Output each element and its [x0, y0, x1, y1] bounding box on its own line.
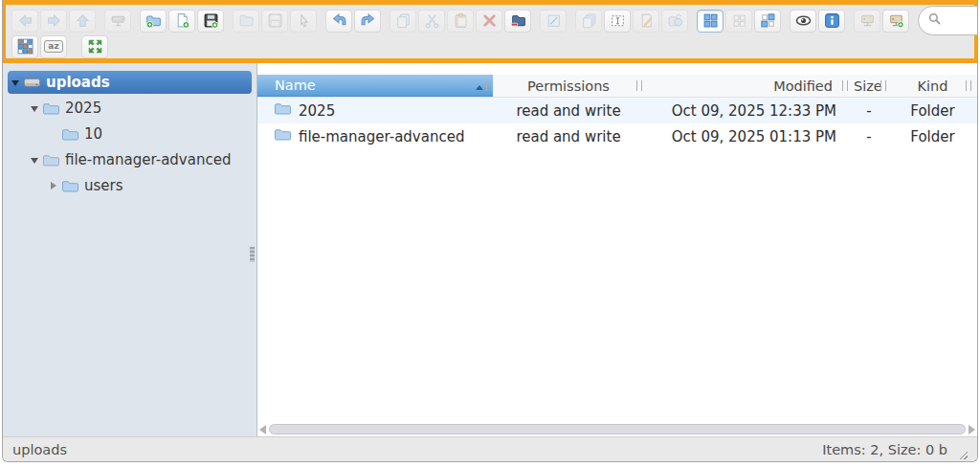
select-pointer-button[interactable]: [290, 10, 317, 33]
view-sort-button[interactable]: [754, 10, 781, 33]
file-modified: Oct 09, 2025 01:13 PM: [644, 128, 850, 145]
arrow-right-icon: [46, 12, 62, 29]
column-header-modified[interactable]: Modified: [644, 75, 850, 97]
delete-button[interactable]: [476, 10, 502, 33]
sort-ascending-icon: [476, 81, 483, 90]
tree-item-2025[interactable]: 2025: [8, 97, 252, 120]
undo-icon: [331, 12, 347, 29]
file-size: -: [850, 128, 888, 145]
open-folder-icon: [238, 12, 255, 29]
main-area: uploads 2025 10 file-manager-advanced us: [3, 63, 977, 436]
save-button[interactable]: [261, 10, 288, 33]
sort-by-name-button[interactable]: az: [40, 35, 67, 58]
tree-item-users[interactable]: users: [8, 174, 252, 197]
fullscreen-button[interactable]: [81, 35, 108, 58]
column-header-kind[interactable]: Kind: [888, 75, 977, 97]
folder-icon: [274, 127, 292, 145]
table-header-row: Name Permissions Modified Size Ki: [257, 75, 977, 98]
file-name: file-manager-advanced: [299, 128, 464, 145]
file-row-file-manager-advanced[interactable]: file-manager-advanced read and write Oct…: [257, 123, 977, 149]
sidebar-resize-handle[interactable]: [250, 247, 255, 262]
empty-folder-button[interactable]: [504, 10, 531, 33]
caret-down-icon[interactable]: [8, 76, 23, 90]
column-resize-handle[interactable]: [966, 80, 971, 91]
network-mount-add-button[interactable]: [882, 10, 909, 33]
folder-icon: [61, 127, 80, 142]
info-icon: [824, 12, 840, 29]
upload-button[interactable]: [197, 10, 224, 33]
tree-item-uploads[interactable]: uploads: [8, 71, 252, 94]
column-header-name[interactable]: Name: [257, 75, 493, 97]
file-size: -: [850, 102, 888, 120]
view-mosaic-button[interactable]: [11, 35, 38, 58]
file-row-2025[interactable]: 2025 read and write Oct 09, 2025 12:33 P…: [257, 98, 977, 123]
scrollbar-thumb[interactable]: [269, 424, 966, 434]
paste-button[interactable]: [447, 10, 474, 33]
up-button[interactable]: [69, 10, 96, 33]
back-button[interactable]: [11, 10, 38, 33]
new-folder-icon: [145, 12, 162, 29]
folder-icon: [61, 179, 80, 193]
archive-icon: [667, 12, 683, 29]
caret-down-icon[interactable]: [27, 153, 42, 167]
tree-item-10[interactable]: 10: [8, 122, 252, 145]
status-bar: uploads Items: 2, Size: 0 b: [3, 436, 977, 461]
tree-item-label: uploads: [46, 74, 110, 91]
caret-down-icon[interactable]: [27, 101, 42, 116]
column-resize-handle[interactable]: [486, 80, 492, 91]
copy-button[interactable]: [390, 10, 416, 33]
resize-icon: [546, 12, 562, 29]
new-folder-button[interactable]: [140, 10, 167, 33]
network-drive-icon: [110, 12, 126, 29]
horizontal-scrollbar[interactable]: [259, 423, 975, 435]
column-header-permissions[interactable]: Permissions: [493, 75, 644, 97]
column-resize-handle[interactable]: [636, 80, 642, 91]
search-box: [918, 6, 978, 35]
upload-icon: [203, 12, 219, 29]
preview-button[interactable]: [790, 10, 816, 33]
scroll-right-arrow-icon[interactable]: [969, 425, 975, 434]
redo-icon: [360, 12, 376, 29]
mosaic-grid-icon: [17, 38, 33, 55]
select-all-button[interactable]: [604, 10, 631, 33]
select-all-icon: [610, 12, 626, 29]
archive-button[interactable]: [661, 10, 688, 33]
edit-pencil-icon: [638, 12, 655, 29]
file-kind: Folder: [888, 102, 977, 120]
file-modified: Oct 09, 2025 12:33 PM: [644, 102, 850, 120]
search-input[interactable]: [944, 12, 974, 29]
column-resize-handle[interactable]: [842, 80, 848, 91]
resize-image-button[interactable]: [540, 10, 567, 33]
undo-button[interactable]: [325, 10, 352, 33]
caret-right-icon[interactable]: [46, 182, 61, 189]
cut-button[interactable]: [418, 10, 445, 33]
scroll-left-arrow-icon[interactable]: [259, 425, 266, 434]
search-icon: [927, 11, 942, 30]
duplicate-button[interactable]: [575, 10, 602, 33]
view-icons-button[interactable]: [697, 10, 724, 33]
search-clear-icon[interactable]: [976, 11, 978, 30]
tree-item-label: file-manager-advanced: [65, 151, 231, 168]
resize-grip[interactable]: [957, 449, 968, 459]
network-mount-button[interactable]: [854, 10, 880, 33]
file-permissions: read and write: [493, 102, 644, 120]
edit-file-button[interactable]: [633, 10, 659, 33]
column-resize-handle[interactable]: [880, 80, 886, 91]
eye-icon: [795, 12, 812, 29]
tree-item-file-manager-advanced[interactable]: file-manager-advanced: [8, 148, 252, 171]
paste-icon: [453, 12, 469, 29]
column-header-size[interactable]: Size: [850, 75, 888, 97]
save-icon: [267, 12, 283, 29]
file-name: 2025: [299, 102, 335, 120]
open-button[interactable]: [233, 10, 259, 33]
tree-item-label: users: [84, 177, 123, 194]
network-drive-button[interactable]: [104, 10, 131, 33]
new-file-button[interactable]: [168, 10, 195, 33]
scissors-icon: [424, 12, 440, 29]
info-button[interactable]: [818, 10, 845, 33]
arrow-left-icon: [17, 12, 33, 29]
view-compact-button[interactable]: [725, 10, 752, 33]
redo-button[interactable]: [354, 10, 381, 33]
fullscreen-arrows-icon: [87, 38, 103, 55]
forward-button[interactable]: [40, 10, 67, 33]
